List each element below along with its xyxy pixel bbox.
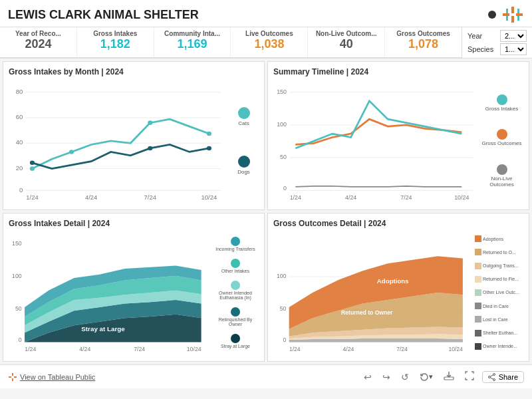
- chart-top-right-main: 150 100 50 0 1/24: [273, 79, 480, 203]
- chart-outcomes-detail: Gross Outcomes Detail | 2024 100 50 0: [267, 213, 529, 362]
- species-filter-row[interactable]: Species 1...: [467, 43, 527, 55]
- dogs-legend-label: Dogs: [237, 169, 250, 175]
- legend-incoming-transfers: Incoming Transfers: [213, 237, 257, 251]
- charts-grid: Gross Intakes by Month | 2024 80 60 40 2…: [0, 59, 532, 364]
- svg-text:1/24: 1/24: [26, 194, 38, 201]
- metric-year: Year of Reco... 2024: [0, 27, 77, 57]
- svg-text:0: 0: [283, 185, 287, 192]
- svg-point-21: [207, 132, 211, 136]
- dot-icon: [488, 11, 496, 19]
- svg-text:10/24: 10/24: [187, 346, 201, 352]
- dogs-legend-dot: [238, 156, 250, 168]
- other-live-dot: [475, 289, 481, 296]
- chart-bottom-right-title: Gross Outcomes Detail | 2024: [273, 219, 523, 228]
- year-filter-label: Year: [467, 32, 497, 40]
- app-title: LEWIS CLARK ANIMAL SHELTER: [8, 8, 199, 22]
- filter-panel: Year 2... Species 1...: [462, 27, 532, 58]
- metric-gross-intakes: Gross Intakes 1,182: [77, 27, 154, 57]
- returned-field-dot: [475, 276, 481, 283]
- revert-button[interactable]: ↺: [398, 370, 412, 384]
- chart-bottom-right-main: 100 50 0: [273, 231, 473, 354]
- returned-field-legend-label: Returned to Fie...: [483, 277, 519, 281]
- relinquished-dot: [231, 307, 240, 317]
- chart-top-right-title: Summary Timeline | 2024: [273, 67, 523, 76]
- died-care-dot: [475, 303, 481, 309]
- svg-text:1/24: 1/24: [289, 345, 301, 352]
- chart-bottom-right-legend: Adoptions Returned to O... Outgoing Tran…: [473, 231, 523, 354]
- svg-line-81: [490, 374, 493, 376]
- svg-rect-4: [506, 9, 508, 13]
- shelter-euthan-legend-label: Shelter Euthan...: [483, 331, 517, 335]
- svg-text:Returned to Owner: Returned to Owner: [341, 309, 393, 316]
- metric-year-value: 2024: [5, 37, 71, 51]
- svg-point-22: [30, 161, 35, 166]
- cats-legend-label: Cats: [238, 120, 249, 126]
- tableau-link-text[interactable]: View on Tableau Public: [20, 373, 95, 381]
- legend-gross-outcomes: Gross Outcomes: [481, 129, 522, 146]
- svg-point-24: [207, 146, 211, 151]
- svg-point-18: [30, 166, 35, 171]
- metrics-filter-row: Year of Reco... 2024 Gross Intakes 1,182…: [0, 27, 532, 59]
- chart-top-left-title: Gross Intakes by Month | 2024: [9, 67, 259, 76]
- svg-rect-75: [14, 376, 17, 378]
- chart-bottom-left-title: Gross Intakes Detail | 2024: [9, 219, 259, 228]
- svg-text:40: 40: [16, 140, 23, 146]
- metric-gross-outcomes-value: 1,078: [390, 37, 456, 51]
- legend-stray: Stray at Large: [213, 334, 257, 348]
- tableau-brand-logo: [501, 5, 524, 24]
- footer: View on Tableau Public ↩ ↪ ↺ ▾: [0, 364, 532, 388]
- svg-text:50: 50: [15, 305, 22, 312]
- tableau-icon: [8, 372, 17, 382]
- year-filter-select[interactable]: 2...: [500, 30, 527, 42]
- stray-legend-label: Stray at Large: [221, 344, 250, 348]
- stray-dot: [231, 334, 240, 343]
- svg-text:0: 0: [283, 336, 287, 343]
- legend-returned-owner: Returned to O...: [475, 249, 522, 255]
- share-button[interactable]: Share: [482, 371, 524, 383]
- chart-bottom-left-main: 150 100 50 0 Stray at Large: [9, 231, 212, 354]
- svg-text:60: 60: [16, 114, 23, 120]
- svg-point-80: [488, 376, 490, 378]
- svg-text:4/24: 4/24: [345, 194, 356, 201]
- undo-button[interactable]: ↩: [361, 370, 374, 384]
- svg-rect-72: [12, 373, 13, 376]
- svg-rect-0: [511, 7, 514, 13]
- legend-other-live: Other Live Outc...: [475, 289, 522, 296]
- svg-text:80: 80: [16, 88, 23, 95]
- cats-legend-dot: [238, 107, 250, 119]
- species-filter-label: Species: [467, 45, 497, 53]
- fullscreen-button[interactable]: [462, 370, 477, 384]
- svg-text:7/24: 7/24: [400, 194, 412, 201]
- metric-gross-intakes-value: 1,182: [82, 37, 148, 51]
- svg-point-20: [148, 120, 152, 125]
- svg-text:50: 50: [280, 305, 287, 312]
- refresh-icon: [420, 372, 429, 382]
- chart-gross-intakes-month: Gross Intakes by Month | 2024 80 60 40 2…: [3, 61, 265, 210]
- legend-returned-field: Returned to Fie...: [475, 276, 522, 283]
- footer-tableau-link[interactable]: View on Tableau Public: [8, 372, 95, 382]
- redo-button[interactable]: ↪: [380, 370, 393, 384]
- gross-intakes-legend-label: Gross Intakes: [485, 106, 518, 112]
- header-right: [488, 5, 524, 24]
- svg-text:7/24: 7/24: [134, 346, 145, 352]
- metric-year-label: Year of Reco...: [5, 30, 71, 37]
- svg-text:50: 50: [280, 154, 287, 160]
- svg-rect-73: [12, 378, 13, 381]
- chart-summary-timeline: Summary Timeline | 2024 150 100 50 0: [267, 61, 529, 210]
- relinquished-legend-label: Relinquished By Owner: [213, 317, 257, 327]
- metric-community-value: 1,169: [160, 37, 225, 51]
- shelter-euthan-dot: [475, 330, 481, 336]
- returned-owner-dot: [475, 249, 481, 255]
- year-filter-row[interactable]: Year 2...: [467, 30, 527, 42]
- metric-live-value: 1,038: [236, 37, 302, 51]
- species-filter-select[interactable]: 1...: [500, 43, 527, 55]
- svg-text:7/24: 7/24: [396, 345, 408, 352]
- svg-text:4/24: 4/24: [85, 194, 97, 201]
- refresh-button[interactable]: ▾: [417, 371, 436, 383]
- svg-text:0: 0: [19, 187, 23, 194]
- legend-lost-care: Lost in Care: [475, 316, 522, 323]
- legend-outgoing-trans: Outgoing Trans...: [475, 263, 522, 269]
- owner-intended-legend-label: Owner Intende...: [483, 344, 517, 348]
- svg-text:Adoptions: Adoptions: [377, 277, 409, 285]
- download-button[interactable]: [441, 370, 457, 384]
